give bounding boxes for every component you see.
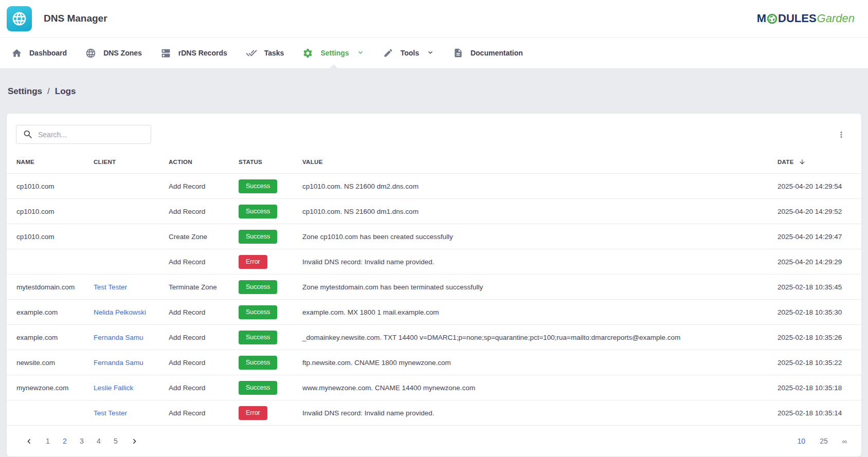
page-button-2[interactable]: 2	[59, 434, 71, 448]
nav-item-rdns-records[interactable]: rDNS Records	[151, 38, 237, 68]
breadcrumb-section[interactable]: Settings	[8, 86, 42, 97]
cell-status: Success	[229, 174, 293, 199]
nav-label: Tools	[401, 49, 419, 57]
cell-action: Add Record	[159, 300, 229, 325]
home-icon	[11, 48, 22, 59]
cell-name	[7, 249, 84, 275]
cell-value: ftp.newsite.com. CNAME 1800 mynewzone.co…	[293, 350, 768, 375]
cell-status: Success	[229, 375, 293, 400]
nav-label: Tasks	[264, 49, 284, 57]
status-badge: Success	[239, 381, 277, 395]
client-link[interactable]: Fernanda Samu	[94, 359, 143, 367]
column-header-name[interactable]: NAME	[7, 154, 84, 174]
status-badge: Success	[239, 331, 277, 344]
nav-label: Dashboard	[29, 49, 67, 57]
column-header-date[interactable]: DATE	[768, 154, 861, 174]
brand-text-garden: Garden	[817, 12, 855, 25]
table-row: Test Tester Add Record Error Invalid DNS…	[7, 400, 861, 426]
breadcrumb: Settings / Logs	[0, 69, 868, 114]
search-input[interactable]	[16, 125, 151, 144]
cell-status: Success	[229, 199, 293, 224]
nav-item-documentation[interactable]: Documentation	[444, 38, 532, 68]
sort-desc-arrow-icon	[799, 158, 806, 166]
table-header-row: NAME CLIENT ACTION STATUS VALUE DATE	[7, 154, 861, 174]
top-header: DNS Manager M DULES Garden	[0, 0, 868, 38]
nav-item-settings[interactable]: Settings	[293, 38, 373, 68]
nav-item-dns-zones[interactable]: DNS Zones	[76, 38, 151, 68]
page-size-25[interactable]: 25	[820, 437, 828, 445]
table-row: example.com Nelida Pelkowski Add Record …	[7, 300, 861, 325]
dns-servers-icon	[160, 48, 171, 59]
cell-value: Zone mytestdomain.com has been terminate…	[293, 275, 768, 300]
cell-date: 2025-02-18 10:35:26	[768, 325, 861, 350]
client-link[interactable]: Leslie Fallick	[94, 384, 133, 392]
cell-date: 2025-02-18 10:35:18	[768, 375, 861, 400]
chevron-down-icon	[356, 48, 365, 58]
page-button-1[interactable]: 1	[42, 434, 54, 448]
cell-status: Success	[229, 325, 293, 350]
cell-date: 2025-02-18 10:35:45	[768, 275, 861, 300]
table-row: example.com Fernanda Samu Add Record Suc…	[7, 325, 861, 350]
pagination-bar: 1 2 3 4 5 10 25 ∞	[7, 426, 861, 456]
log-table-body: cp1010.com Add Record Success cp1010.com…	[7, 174, 861, 426]
cell-name: mytestdomain.com	[7, 275, 84, 300]
cell-client	[84, 224, 159, 249]
cell-client: Fernanda Samu	[84, 325, 159, 350]
column-header-action[interactable]: ACTION	[159, 154, 229, 174]
nav-item-tools[interactable]: Tools	[374, 38, 444, 68]
chevron-right-icon[interactable]	[126, 434, 142, 448]
page-button-5[interactable]: 5	[110, 434, 122, 448]
cell-name: cp1010.com	[7, 224, 84, 249]
client-link[interactable]: Nelida Pelkowski	[94, 308, 146, 316]
card-toolbar	[7, 114, 861, 154]
status-badge: Success	[239, 356, 277, 370]
page-button-3[interactable]: 3	[76, 434, 88, 448]
cell-client	[84, 199, 159, 224]
cell-action: Add Record	[159, 199, 229, 224]
table-row: mytestdomain.com Test Tester Terminate Z…	[7, 275, 861, 300]
cell-value: _domainkey.newsite.com. TXT 14400 v=DMAR…	[293, 325, 768, 350]
status-badge: Error	[239, 255, 267, 269]
nav-item-tasks[interactable]: Tasks	[237, 38, 294, 68]
cell-date: 2025-04-20 14:29:52	[768, 199, 861, 224]
gear-icon	[302, 48, 313, 59]
done-all-icon	[246, 47, 257, 59]
brand-text-dules: DULES	[778, 12, 817, 25]
breadcrumb-page: Logs	[55, 86, 76, 97]
cell-date: 2025-02-18 10:35:22	[768, 350, 861, 375]
table-row: newsite.com Fernanda Samu Add Record Suc…	[7, 350, 861, 375]
status-badge: Error	[239, 406, 267, 420]
globe-icon	[11, 11, 27, 27]
cell-name: mynewzone.com	[7, 375, 84, 400]
page-size-all-icon[interactable]: ∞	[842, 437, 847, 445]
table-row: cp1010.com Add Record Success cp1010.com…	[7, 199, 861, 224]
cell-action: Add Record	[159, 350, 229, 375]
column-header-value[interactable]: VALUE	[293, 154, 768, 174]
page-button-4[interactable]: 4	[93, 434, 105, 448]
client-link[interactable]: Test Tester	[94, 283, 127, 291]
cell-name: example.com	[7, 325, 84, 350]
nav-item-dashboard[interactable]: Dashboard	[2, 38, 76, 68]
globe-icon	[85, 48, 96, 59]
client-link[interactable]: Fernanda Samu	[94, 334, 143, 341]
cell-status: Success	[229, 350, 293, 375]
status-badge: Success	[239, 230, 277, 244]
cell-action: Add Record	[159, 174, 229, 199]
page-size-10[interactable]: 10	[798, 437, 806, 445]
main-navigation: Dashboard DNS Zones rDNS Records Tasks S…	[0, 38, 868, 69]
nav-label: Documentation	[471, 49, 523, 57]
client-link[interactable]: Test Tester	[94, 409, 127, 417]
chevron-left-icon[interactable]	[21, 434, 37, 448]
column-header-client[interactable]: CLIENT	[84, 154, 159, 174]
nav-label: DNS Zones	[103, 49, 142, 57]
cell-client: Test Tester	[84, 400, 159, 426]
logs-table: NAME CLIENT ACTION STATUS VALUE DATE cp1…	[7, 154, 861, 426]
kebab-menu-icon[interactable]	[834, 127, 849, 142]
column-header-status[interactable]: STATUS	[229, 154, 293, 174]
cell-value: www.mynewzone.com. CNAME 14400 mynewzone…	[293, 375, 768, 400]
cell-name: example.com	[7, 300, 84, 325]
cell-name: cp1010.com	[7, 174, 84, 199]
cell-value: cp1010.com. NS 21600 dm1.dns.com	[293, 199, 768, 224]
brand-globe-icon	[767, 13, 777, 24]
page-size-controls: 10 25 ∞	[798, 437, 847, 445]
